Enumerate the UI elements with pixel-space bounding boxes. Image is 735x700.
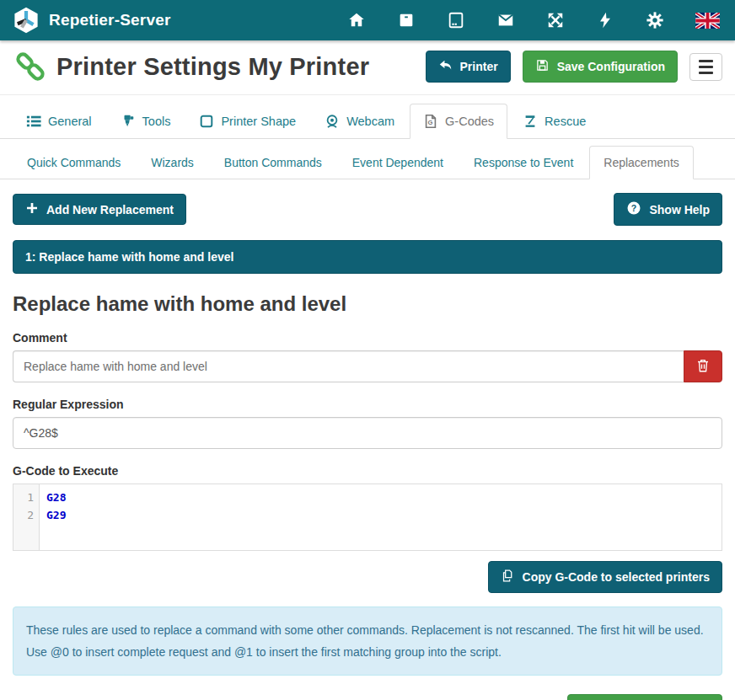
hamburger-icon xyxy=(699,60,713,74)
top-navbar: Repetier-Server xyxy=(0,0,735,40)
tab-label: Tools xyxy=(142,115,171,128)
help-button-label: Show Help xyxy=(649,203,710,216)
print-box-icon[interactable] xyxy=(396,10,416,30)
printer-button-label: Printer xyxy=(460,60,498,73)
page-title: Printer Settings My Printer xyxy=(56,53,369,81)
line-number: 2 xyxy=(13,506,34,524)
printer-button[interactable]: Printer xyxy=(426,51,511,83)
subtab-wizards[interactable]: Wizards xyxy=(137,146,208,179)
tablet-icon[interactable] xyxy=(446,10,466,30)
tab-label: Webcam xyxy=(346,115,394,128)
repetier-logo-icon xyxy=(12,6,40,35)
trash-icon xyxy=(695,358,711,376)
subtab-label: Replacements xyxy=(604,156,679,169)
tab-printer-shape[interactable]: Printer Shape xyxy=(185,104,309,139)
line-number-gutter: 1 2 xyxy=(13,484,40,550)
save-configuration-bottom-button[interactable]: Save Configuration xyxy=(567,694,722,700)
subtab-replacements[interactable]: Replacements xyxy=(589,146,694,179)
line-number: 1 xyxy=(13,489,34,506)
svg-text:?: ? xyxy=(631,203,636,213)
code-line: G28 xyxy=(46,489,722,506)
replacements-content: Add New Replacement ? Show Help 1: Repla… xyxy=(0,179,735,700)
subtab-label: Button Commands xyxy=(224,156,322,169)
tab-label: Rescue xyxy=(545,115,586,128)
global-settings-gear-icon[interactable] xyxy=(645,10,665,30)
expand-arrows-icon[interactable] xyxy=(545,10,566,30)
subtab-label: Wizards xyxy=(151,156,194,169)
back-arrow-icon xyxy=(438,58,453,75)
info-line: Use @0 to insert complete request and @1… xyxy=(26,641,709,663)
subtab-button-commands[interactable]: Button Commands xyxy=(210,146,336,179)
language-flag-uk-icon[interactable] xyxy=(695,10,720,30)
add-new-replacement-button[interactable]: Add New Replacement xyxy=(13,194,186,225)
save-configuration-button[interactable]: Save Configuration xyxy=(523,51,678,83)
tab-rescue[interactable]: Rescue xyxy=(509,104,599,139)
messages-icon[interactable] xyxy=(496,10,516,30)
brand-name: Repetier-Server xyxy=(49,11,171,29)
chain-link-icon xyxy=(13,49,48,84)
copy-button-label: Copy G-Code to selected printers xyxy=(523,570,710,584)
subtab-event-dependent[interactable]: Event Dependent xyxy=(338,146,458,179)
regex-label: Regular Expression xyxy=(13,398,722,411)
rescue-icon xyxy=(523,114,538,129)
subtab-quick-commands[interactable]: Quick Commands xyxy=(13,146,135,179)
info-line: These rules are used to replace a comman… xyxy=(26,619,709,641)
copy-icon xyxy=(501,569,515,585)
copy-gcode-button[interactable]: Copy G-Code to selected printers xyxy=(488,561,722,593)
tab-label: General xyxy=(48,115,92,128)
square-shape-icon xyxy=(199,114,214,129)
svg-text:G: G xyxy=(428,119,433,126)
subtab-label: Response to Event xyxy=(474,156,573,169)
regex-input[interactable] xyxy=(13,417,722,449)
gcode-file-icon: G xyxy=(423,114,438,129)
extruder-tool-icon xyxy=(121,114,136,129)
delete-replacement-button[interactable] xyxy=(684,350,722,382)
webcam-icon xyxy=(325,114,340,129)
gcode-code-area[interactable]: G28 G29 xyxy=(40,484,722,550)
page-header: Printer Settings My Printer Printer Save… xyxy=(0,40,735,95)
power-bolt-icon[interactable] xyxy=(595,10,615,30)
replacement-panel-header[interactable]: 1: Replace hame with home and level xyxy=(13,240,722,274)
tab-webcam[interactable]: Webcam xyxy=(311,104,408,139)
menu-button[interactable] xyxy=(689,53,722,81)
tab-label: Printer Shape xyxy=(221,115,296,128)
printer-settings-tabs: General Tools Printer Shape Webcam G G-C… xyxy=(0,104,735,139)
subtab-label: Event Dependent xyxy=(352,156,443,169)
info-alert: These rules are used to replace a comman… xyxy=(13,606,722,676)
home-icon[interactable] xyxy=(346,10,367,30)
tab-general[interactable]: General xyxy=(13,104,105,139)
comment-label: Comment xyxy=(13,331,722,345)
subtab-label: Quick Commands xyxy=(27,156,121,169)
brand[interactable]: Repetier-Server xyxy=(12,6,171,35)
list-icon xyxy=(26,114,41,129)
gcode-editor: 1 2 G28 G29 xyxy=(13,484,722,551)
show-help-button[interactable]: ? Show Help xyxy=(614,193,722,226)
save-button-label: Save Configuration xyxy=(557,60,665,73)
gcode-label: G-Code to Execute xyxy=(13,464,722,478)
navbar-icons xyxy=(346,10,723,30)
subtab-response-to-event[interactable]: Response to Event xyxy=(459,146,587,179)
comment-input[interactable] xyxy=(13,350,684,382)
gcode-subtabs: Quick Commands Wizards Button Commands E… xyxy=(0,146,735,179)
plus-icon xyxy=(25,201,39,217)
tab-label: G-Codes xyxy=(445,115,494,128)
save-icon xyxy=(535,58,550,75)
question-circle-icon: ? xyxy=(626,200,641,218)
tab-g-codes[interactable]: G G-Codes xyxy=(410,104,507,139)
add-button-label: Add New Replacement xyxy=(46,203,174,216)
code-line: G29 xyxy=(46,506,722,524)
tab-tools[interactable]: Tools xyxy=(107,104,185,139)
replacement-heading: Replace hame with home and level xyxy=(13,292,722,316)
